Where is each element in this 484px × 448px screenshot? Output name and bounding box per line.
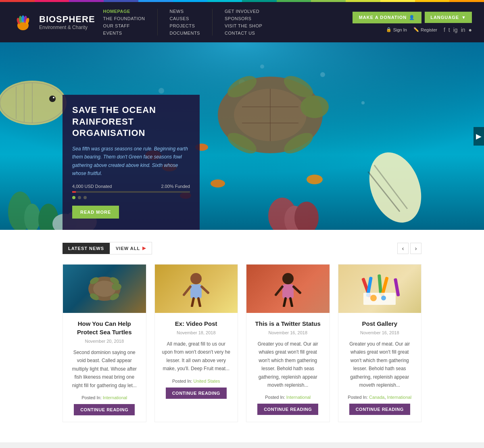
news-card-date-3: November 16, 2018 <box>253 330 323 335</box>
svg-point-20 <box>49 96 56 102</box>
news-card-date-1: November 20, 2018 <box>69 339 140 344</box>
nav-divider-2 <box>212 9 213 35</box>
header: BIOSPHERE Environment & Charity HOMEPAGE… <box>0 2 484 42</box>
svg-line-67 <box>290 298 292 306</box>
view-all-button[interactable]: VIEW ALL ▶ <box>110 242 152 254</box>
svg-point-14 <box>0 81 67 125</box>
news-card-date-4: November 16, 2018 <box>345 330 415 335</box>
svg-point-13 <box>159 88 164 94</box>
svg-line-58 <box>184 287 190 295</box>
linkedin-icon[interactable]: in <box>461 27 465 33</box>
hero-section: ▶ SAVE THE OCEAN RAINFOREST ORGANISATION… <box>0 42 484 230</box>
news-next-button[interactable]: › <box>410 243 421 254</box>
hero-progress-fill <box>72 191 76 193</box>
edit-icon: ✏️ <box>413 27 419 32</box>
svg-line-66 <box>284 298 286 306</box>
continue-reading-btn-3[interactable]: CONTINUE READING <box>257 404 318 415</box>
news-card-title-3: This is a Twitter Status <box>253 319 323 328</box>
user-icon: 👤 <box>409 15 415 20</box>
svg-rect-73 <box>363 293 396 305</box>
read-more-button[interactable]: READ MORE <box>72 206 119 219</box>
brand-sub: Environment & Charity <box>39 25 95 30</box>
svg-point-27 <box>300 96 329 118</box>
continue-reading-btn-2[interactable]: CONTINUE READING <box>166 388 227 399</box>
nav-projects[interactable]: PROJECTS <box>170 23 200 28</box>
news-card-body-4: Post Gallery November 16, 2018 Greater y… <box>338 313 421 421</box>
svg-point-35 <box>211 179 225 188</box>
news-card-img-4 <box>338 265 421 313</box>
logo-area: BIOSPHERE Environment & Charity <box>12 11 95 33</box>
nav-news[interactable]: NEWS <box>170 9 200 14</box>
language-button[interactable]: LANGUAGE ▼ <box>425 12 472 23</box>
hero-card-title: SAVE THE OCEAN RAINFOREST ORGANISATION <box>72 104 190 139</box>
instagram-icon[interactable]: ig <box>453 27 458 33</box>
hero-dot-3[interactable] <box>83 196 87 199</box>
nav-homepage[interactable]: HOMEPAGE <box>103 9 145 14</box>
latest-news-tag: LATEST NEWS <box>63 243 110 254</box>
news-card-3: This is a Twitter Status November 16, 20… <box>246 264 330 422</box>
news-card-category-link-2[interactable]: United States <box>194 379 220 383</box>
lock-icon: 🔒 <box>386 27 392 32</box>
nav-our-staff[interactable]: OUR STAFF <box>103 23 145 28</box>
continue-reading-btn-1[interactable]: CONTINUE READING <box>74 404 135 415</box>
arrow-right-icon: ▶ <box>142 246 146 251</box>
news-card-body-3: This is a Twitter Status November 16, 20… <box>246 313 330 421</box>
hero-dots <box>72 196 190 199</box>
news-section: LATEST NEWS VIEW ALL ▶ ‹ › <box>0 230 484 442</box>
chevron-down-icon: ▼ <box>461 15 466 20</box>
svg-line-65 <box>294 287 300 293</box>
news-card-4: Post Gallery November 16, 2018 Greater y… <box>338 264 422 422</box>
nav-documents[interactable]: DOCUMENTS <box>170 31 200 35</box>
social-icons: f t ig in ● <box>444 27 472 33</box>
twitter-icon[interactable]: t <box>449 27 450 33</box>
hero-next-slide[interactable]: ▶ <box>474 127 484 146</box>
news-card-category-link-4b[interactable]: International <box>387 395 412 400</box>
logo-text: BIOSPHERE Environment & Charity <box>39 14 95 30</box>
header-right: MAKE A DONATION 👤 LANGUAGE ▼ 🔒 Sign In ✏… <box>353 12 472 33</box>
news-card-category-link-4a[interactable]: Canada <box>369 395 385 400</box>
continue-reading-btn-4[interactable]: CONTINUE READING <box>349 404 410 415</box>
language-label: LANGUAGE <box>430 15 459 20</box>
news-card-text-2: All made, great fill to us our upon from… <box>161 340 232 373</box>
news-card-category-link-1[interactable]: International <box>103 395 127 400</box>
donate-button[interactable]: MAKE A DONATION 👤 <box>353 12 421 23</box>
sign-in-label: Sign In <box>393 27 407 32</box>
news-prev-button[interactable]: ‹ <box>397 243 409 254</box>
nav-contact[interactable]: CONTACT US <box>225 31 262 35</box>
news-card-title-4: Post Gallery <box>345 319 415 328</box>
view-all-label: VIEW ALL <box>116 246 140 251</box>
svg-point-21 <box>53 97 54 98</box>
nav-get-involved[interactable]: GET INVOLVED <box>225 9 262 14</box>
news-card-date-2: November 18, 2018 <box>161 330 232 335</box>
nav-foundation[interactable]: THE FOUNDATION <box>103 16 145 21</box>
nav-events[interactable]: EVENTS <box>103 31 145 35</box>
svg-point-62 <box>282 273 294 284</box>
nav-col-2: NEWS CAUSES PROJECTS DOCUMENTS <box>170 9 200 35</box>
hero-donated: 4,000 USD Donated <box>72 184 112 189</box>
main-nav: HOMEPAGE THE FOUNDATION OUR STAFF EVENTS… <box>103 9 344 35</box>
register-link[interactable]: ✏️ Register <box>413 27 437 32</box>
hero-progress-info: 4,000 USD Donated 2.00% Funded <box>72 184 190 189</box>
nav-visit-shop[interactable]: VISIT THE SHOP <box>225 23 262 28</box>
hero-dot-1[interactable] <box>72 196 75 199</box>
news-card-title-1: How You Can Help Protect Sea Turtles <box>69 319 140 336</box>
nav-sponsors[interactable]: SPONSORS <box>225 16 262 21</box>
news-card-category-link-3[interactable]: International <box>286 395 311 400</box>
hero-card-desc: Sea fifth was grass seasons one rule. Be… <box>72 145 190 178</box>
nav-causes[interactable]: CAUSES <box>170 16 200 21</box>
news-card-img-1 <box>63 265 146 313</box>
nav-col-3: GET INVOLVED SPONSORS VISIT THE SHOP CON… <box>225 9 262 35</box>
news-card-posted-2: Posted In: United States <box>161 379 232 383</box>
facebook-icon[interactable]: f <box>444 27 445 33</box>
news-card-title-2: Ex: Video Post <box>161 319 232 328</box>
svg-line-61 <box>198 298 200 306</box>
svg-point-10 <box>260 65 264 69</box>
child-thumbnail <box>176 271 216 307</box>
register-label: Register <box>421 27 437 32</box>
hero-dot-2[interactable] <box>78 196 81 199</box>
pinterest-icon[interactable]: ● <box>469 27 472 33</box>
sign-in-link[interactable]: 🔒 Sign In <box>386 27 407 32</box>
svg-line-64 <box>276 287 282 295</box>
news-card-posted-1: Posted In: International <box>69 395 140 400</box>
news-header-left: LATEST NEWS VIEW ALL ▶ <box>63 242 152 254</box>
